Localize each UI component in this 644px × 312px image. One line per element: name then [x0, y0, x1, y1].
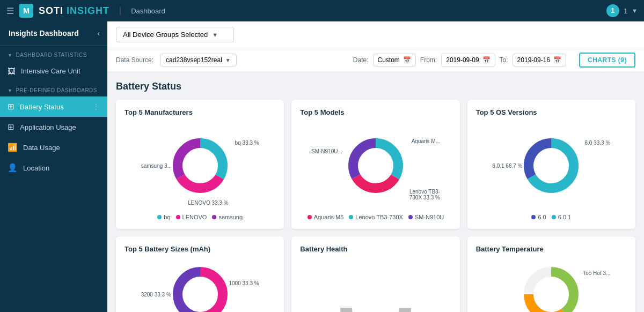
sidebar-header: Insights Dashboard ‹: [0, 21, 107, 46]
sidebar-title: Insights Dashboard: [9, 29, 79, 38]
os-label-right: 6.0 33.3 %: [585, 140, 611, 146]
models-label-right: Aquaris M...: [412, 138, 440, 144]
svg-point-13: [184, 278, 216, 310]
device-group-value: All Device Groups Selected: [123, 31, 208, 39]
datasource-bar: Data Source: cad238vsep152real ▼ Date: C…: [107, 48, 644, 72]
datasource-value: cad238vsep152real: [166, 56, 222, 64]
chart-title-battery-sizes: Top 5 Battery Sizes (mAh): [125, 245, 275, 253]
legend-label-sm-n910u: SM-N910U: [415, 214, 444, 220]
os-label-left: 6.0.1 66.7 %: [492, 163, 522, 169]
datasource-chevron-icon: ▼: [225, 57, 231, 63]
models-label-left: SM-N910U...: [311, 148, 342, 154]
calendar-icon: 📅: [403, 56, 411, 64]
section-caret2-icon: ▼: [8, 88, 12, 93]
battery-size-label-left: 3200 33.3 %: [141, 292, 171, 298]
chart-card-models: Top 5 Models SM-N910U... Aquaris M...: [291, 100, 459, 229]
app-usage-icon: ⊞: [8, 122, 14, 132]
data-usage-icon: 📶: [8, 143, 18, 152]
battery-sizes-donut-chart: [168, 262, 232, 312]
date-type-value: Custom: [378, 56, 400, 64]
section-title-battery-status: Battery Status: [116, 81, 635, 92]
from-date-value: 2019-09-09: [446, 56, 479, 64]
legend-item-6-0: 6.0: [531, 214, 546, 220]
sidebar-item-data-usage[interactable]: 📶 Data Usage: [0, 137, 107, 158]
os-legend: 6.0 6.0.1: [531, 214, 571, 220]
legend-label-lenovo-tb3: Lenovo TB3-730X: [355, 214, 402, 220]
device-group-chevron-icon: ▼: [212, 32, 218, 38]
legend-label-lenovo: LENOVO: [182, 214, 207, 220]
manufacturer-label-right: bq 33.3 %: [235, 140, 259, 146]
legend-label-6-0-1: 6.0.1: [558, 214, 571, 220]
manufacturer-label-left: samsung 3...: [141, 163, 172, 169]
manufacturers-donut-chart: [168, 133, 232, 198]
sidebar-item-label-battery-status: Battery Status: [20, 103, 64, 111]
chart-body-os-versions: 6.0.1 66.7 % 6.0 33.3 %: [476, 123, 627, 220]
date-section: Date: Custom 📅 From: 2019-09-09 📅 To: 20…: [353, 53, 635, 68]
sidebar-item-intensive-care[interactable]: 🖼 Intensive Care Unit: [0, 61, 107, 81]
charts-button[interactable]: CHARTS (9): [579, 53, 635, 68]
sidebar-item-label-location: Location: [23, 164, 49, 172]
chart-body-models: SM-N910U... Aquaris M... Lenovo TB3-730X…: [300, 123, 451, 220]
chart-body-battery-health: [300, 259, 451, 312]
legend-label-aquaris: Aquaris M5: [314, 214, 344, 220]
legend-label-6-0: 6.0: [538, 214, 546, 220]
to-calendar-icon: 📅: [553, 56, 561, 64]
chart-card-os-versions: Top 5 OS Versions 6.0.1 66.7 % 6.: [467, 100, 635, 229]
from-label: From:: [420, 56, 437, 64]
breadcrumb: Dashboard: [131, 7, 165, 15]
legend-dot-6-0-1: [552, 215, 556, 219]
content-area: All Device Groups Selected ▼ Data Source…: [107, 21, 644, 312]
legend-item-aquaris: Aquaris M5: [308, 214, 344, 220]
user-number: 1: [624, 7, 627, 15]
user-menu-chevron-icon[interactable]: ▼: [632, 8, 638, 14]
hamburger-menu-icon[interactable]: ☰: [6, 6, 14, 16]
to-date-input[interactable]: 2019-09-16 📅: [513, 54, 566, 66]
kebab-menu-icon[interactable]: ⋮: [92, 102, 100, 111]
svg-point-7: [360, 150, 392, 182]
svg-point-19: [535, 278, 567, 310]
chart-title-models: Top 5 Models: [300, 108, 451, 116]
sidebar-item-label-intensive-care: Intensive Care Unit: [21, 67, 80, 75]
sidebar-collapse-button[interactable]: ‹: [97, 29, 100, 38]
sidebar: Insights Dashboard ‹ ▼ DASHBOARD STATIST…: [0, 21, 107, 312]
sidebar-item-label-application-usage: Application Usage: [20, 123, 76, 131]
temperature-label-right: Too Hot 3...: [583, 270, 610, 276]
chart-title-battery-temperature: Battery Temperature: [476, 245, 627, 253]
legend-dot-sm-n910u: [408, 215, 413, 219]
app-name: SOTI INSIGHT: [39, 5, 109, 17]
legend-dot-lenovo-tb3: [349, 215, 353, 219]
legend-dot-bq: [157, 215, 162, 219]
manufacturer-label-bottom: LENOVO 33.3 %: [188, 200, 229, 206]
chart-body-manufacturers: samsung 3... bq 33.3: [125, 123, 275, 220]
from-date-input[interactable]: 2019-09-09 📅: [441, 54, 495, 66]
chart-title-manufacturers: Top 5 Manufacturers: [125, 108, 275, 116]
section-caret-icon: ▼: [8, 53, 12, 58]
chart-card-manufacturers: Top 5 Manufacturers samsung 3...: [116, 100, 284, 229]
device-group-select[interactable]: All Device Groups Selected ▼: [116, 27, 234, 42]
monitor-icon: 🖼: [8, 66, 16, 76]
legend-item-6-0-1: 6.0.1: [552, 214, 571, 220]
chart-body-battery-temperature: Too Hot 3...: [476, 259, 627, 312]
from-calendar-icon: 📅: [482, 56, 491, 64]
chart-body-battery-sizes: 3200 33.3 % 1000 33.3 %: [125, 259, 275, 312]
models-label-bottom-right: Lenovo TB3-730X 33.3 %: [409, 189, 440, 200]
sidebar-item-location[interactable]: 👤 Location: [0, 158, 107, 178]
legend-label-bq: bq: [164, 214, 170, 220]
date-type-select[interactable]: Custom 📅: [373, 54, 416, 66]
svg-point-3: [184, 150, 216, 182]
sidebar-item-battery-status[interactable]: ⊞ Battery Status ⋮: [0, 96, 107, 117]
datasource-label: Data Source:: [116, 56, 153, 64]
avatar[interactable]: 1: [606, 4, 619, 17]
legend-item-lenovo-tb3: Lenovo TB3-730X: [349, 214, 402, 220]
legend-item-lenovo: LENOVO: [176, 214, 207, 220]
location-icon: 👤: [8, 163, 18, 173]
datasource-select[interactable]: cad238vsep152real ▼: [160, 54, 237, 66]
filter-bar: All Device Groups Selected ▼: [107, 21, 644, 48]
section-label-dashboard-stats: ▼ DASHBOARD STATISTICS: [0, 46, 107, 61]
legend-dot-lenovo: [176, 215, 180, 219]
os-donut-chart: [519, 133, 583, 198]
sidebar-item-application-usage[interactable]: ⊞ Application Usage: [0, 117, 107, 137]
models-donut-chart: [343, 133, 408, 198]
chart-card-battery-temperature: Battery Temperature: [467, 236, 635, 312]
section-title-predefined: PRE-DEFINED DASHBOARDS: [16, 87, 97, 93]
